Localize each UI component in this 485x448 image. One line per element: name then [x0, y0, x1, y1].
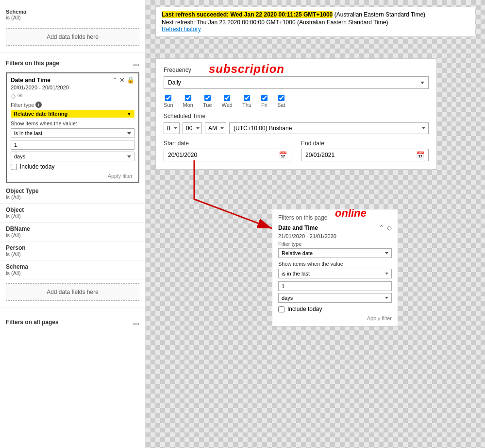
filters-all-pages-label: Filters on all pages: [6, 319, 59, 326]
frequency-select[interactable]: Daily: [164, 76, 429, 89]
apply-filter-button[interactable]: Apply filter: [11, 173, 134, 179]
end-date-input[interactable]: [305, 152, 413, 158]
period-select-row: days: [11, 152, 134, 161]
filters-dots[interactable]: ...: [133, 59, 139, 68]
person-filter: Person is (All): [0, 241, 145, 260]
filter-type-highlight: Relative date filtering ▼: [11, 110, 134, 118]
online-include-today-checkbox[interactable]: [278, 306, 284, 312]
filter-card-title: Date and Time: [11, 77, 50, 84]
next-refresh-text: Next refresh: Thu Jan 23 2020 00:00:00 G…: [162, 19, 469, 26]
mon-checkbox[interactable]: [185, 95, 191, 101]
schema-section: Schema is (All) 👁: [0, 5, 145, 24]
object-label: Object: [6, 207, 139, 213]
filter-card-icons: ⌃ ✕ 🔒: [112, 76, 134, 84]
include-today-checkbox[interactable]: [11, 164, 17, 170]
object-value: is (All): [6, 213, 139, 219]
schema2-filter: Schema is (All): [0, 260, 145, 279]
sat-checkbox[interactable]: [278, 95, 284, 101]
date-time-filter-card: Date and Time ⌃ ✕ 🔒 20/01/2020 - 20/01/2…: [6, 72, 139, 183]
add-data-fields-button-2[interactable]: Add data fields here: [6, 283, 139, 301]
filters-all-pages-header: Filters on all pages ...: [0, 315, 145, 329]
online-condition-select[interactable]: is in the last: [278, 269, 392, 278]
wed-label: Wed: [222, 102, 233, 108]
start-date-input-row: 📅: [164, 149, 291, 161]
object-type-value: is (All): [6, 194, 139, 200]
day-fri: Fri: [261, 95, 268, 108]
schema2-value: is (All): [6, 270, 139, 276]
refresh-history-link[interactable]: Refresh history: [162, 26, 201, 33]
day-thu: Thu: [242, 95, 251, 108]
filters-all-pages-dots[interactable]: ...: [133, 318, 139, 327]
tue-checkbox[interactable]: [204, 95, 211, 101]
start-date-label: Start date: [164, 140, 291, 147]
hour-select[interactable]: 8: [164, 122, 180, 134]
refresh-success-rest: (Australian Eastern Standard Time): [334, 11, 425, 18]
online-eraser-icon[interactable]: ◇: [387, 224, 392, 231]
online-filter-date: 21/01/2020 - 21/01/2020: [278, 233, 392, 239]
sun-checkbox[interactable]: [165, 95, 171, 101]
thu-checkbox[interactable]: [244, 95, 250, 101]
online-chevron-up-icon[interactable]: ⌃: [379, 224, 384, 231]
person-label: Person: [6, 244, 139, 251]
start-date-input[interactable]: [168, 152, 276, 158]
wed-checkbox[interactable]: [224, 95, 230, 101]
include-today-row: Include today: [11, 163, 134, 170]
sun-label: Sun: [164, 102, 173, 108]
day-wed: Wed: [222, 95, 233, 108]
thu-label: Thu: [242, 102, 251, 108]
end-date-input-row: 📅: [301, 149, 429, 161]
main-area: Last refresh succeeded: Wed Jan 22 2020 …: [146, 0, 485, 448]
day-mon: Mon: [183, 95, 193, 108]
eye-filter-icon[interactable]: 👁: [17, 92, 24, 100]
filters-on-page-label: Filters on this page: [6, 60, 59, 67]
days-row: Sun Mon Tue Wed Thu Fri: [164, 95, 429, 108]
include-today-label: Include today: [20, 163, 54, 170]
close-icon[interactable]: ✕: [119, 76, 125, 84]
period-select[interactable]: days: [11, 152, 134, 161]
date-row: Start date 📅 End date 📅: [164, 140, 429, 161]
refresh-success-text: Last refresh succeeded: Wed Jan 22 2020 …: [162, 11, 469, 18]
dropdown-arrow-icon[interactable]: ▼: [127, 111, 132, 117]
tue-label: Tue: [203, 102, 212, 108]
end-date-label: End date: [301, 140, 429, 147]
filter-card-date: 20/01/2020 - 20/01/2020: [11, 85, 134, 90]
online-filter-type-select[interactable]: Relative date: [278, 248, 392, 258]
start-date-calendar-icon[interactable]: 📅: [279, 151, 287, 159]
day-sun: Sun: [164, 95, 173, 108]
refresh-success-highlight: Last refresh succeeded: Wed Jan 22 2020 …: [162, 11, 333, 18]
filter-type-info: Filter type i: [11, 102, 134, 108]
object-filter: Object is (All): [0, 204, 145, 223]
sidebar: Schema is (All) 👁 Add data fields here F…: [0, 0, 146, 448]
sat-label: Sat: [277, 102, 285, 108]
schema-value: is (All): [6, 15, 139, 20]
frequency-label: Frequency: [164, 67, 429, 73]
dbname-label: DBName: [6, 225, 139, 232]
online-include-today-row: Include today: [278, 306, 392, 312]
end-date-calendar-icon[interactable]: 📅: [416, 151, 424, 159]
dbname-filter: DBName is (All): [0, 223, 145, 241]
day-sat: Sat: [277, 95, 285, 108]
info-icon: i: [35, 102, 42, 108]
filter-card-header: Date and Time ⌃ ✕ 🔒: [11, 76, 134, 84]
minute-select[interactable]: 00: [183, 122, 202, 134]
online-filters-label: Filters on this page: [278, 214, 327, 221]
scheduled-time-label: Scheduled Time: [164, 113, 429, 120]
time-row: 8 00 AM (UTC+10:00) Brisbane: [164, 122, 429, 134]
online-number-input[interactable]: [278, 281, 392, 291]
online-period-select[interactable]: days: [278, 293, 392, 303]
eraser-icon[interactable]: ◇: [11, 92, 16, 100]
online-panel-header: Filters on this page: [278, 214, 392, 221]
start-date-col: Start date 📅: [164, 140, 291, 161]
add-data-fields-button[interactable]: Add data fields here: [6, 28, 139, 46]
ampm-select[interactable]: AM: [205, 122, 226, 134]
timezone-select[interactable]: (UTC+10:00) Brisbane: [229, 122, 429, 134]
fri-checkbox[interactable]: [261, 95, 268, 101]
lock-icon[interactable]: 🔒: [127, 76, 134, 84]
number-input[interactable]: 1: [11, 140, 134, 150]
fri-label: Fri: [261, 102, 268, 108]
end-date-col: End date 📅: [301, 140, 429, 161]
condition-select[interactable]: is in the last: [11, 128, 134, 138]
schema-label: Schema: [6, 9, 139, 15]
online-apply-filter-button[interactable]: Apply filter: [278, 315, 392, 321]
chevron-up-icon[interactable]: ⌃: [112, 76, 117, 84]
